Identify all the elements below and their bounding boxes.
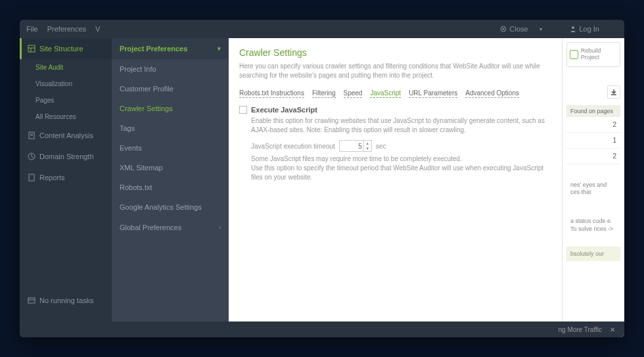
text-snippet: nes' eyes and ces that	[566, 178, 620, 201]
main-area: Site Structure Site Audit Visualization …	[20, 38, 624, 337]
timeout-unit: sec	[376, 143, 386, 150]
table-cell: 2	[566, 149, 620, 164]
table-header: Found on pages	[566, 105, 620, 117]
pref-global[interactable]: Global Preferences ›	[112, 217, 229, 238]
svg-rect-2	[28, 45, 35, 52]
tasks-icon	[28, 297, 35, 304]
tab-speed[interactable]: Speed	[344, 89, 363, 98]
svg-rect-9	[29, 174, 34, 181]
menu-view[interactable]: V	[95, 25, 100, 33]
nav-site-structure[interactable]: Site Structure	[20, 38, 112, 59]
execute-js-checkbox[interactable]	[239, 106, 247, 114]
footer-text: ng More Traffic	[558, 326, 602, 333]
help-text-1: Enable this option for crawling websites…	[251, 116, 551, 135]
pref-crawler-settings[interactable]: Crawler Settings	[112, 99, 229, 118]
settings-content: Crawler Settings Here you can specify va…	[229, 38, 562, 337]
structure-icon	[28, 45, 35, 53]
rebuild-button[interactable]: Rebuild Project	[566, 42, 620, 67]
pref-analytics[interactable]: Google Analytics Settings	[112, 197, 229, 217]
timeout-value: 5	[358, 143, 362, 150]
pref-header-label: Project Preferences	[120, 45, 187, 53]
spinner[interactable]: ▲▼	[363, 141, 371, 151]
close-icon	[500, 26, 507, 32]
pref-tags[interactable]: Tags	[112, 118, 229, 138]
close-button[interactable]: Close ▾	[500, 25, 551, 33]
menu-bar: File Preferences V Close ▾ Log In	[20, 20, 624, 38]
pref-global-label: Global Preferences	[120, 224, 181, 231]
chevron-right-icon: ›	[219, 224, 221, 231]
timeout-input[interactable]: 5 ▲▼	[339, 140, 372, 152]
nav-label: Site Structure	[39, 45, 83, 53]
tab-javascript[interactable]: JavaScript	[370, 89, 401, 98]
nav-visualization[interactable]: Visualization	[20, 76, 112, 92]
app-window: File Preferences V Close ▾ Log In Site S…	[20, 20, 624, 337]
user-icon	[570, 26, 576, 32]
pref-xml-sitemap[interactable]: XML Sitemap	[112, 158, 229, 178]
table-cell: 2	[566, 117, 620, 133]
task-status: No running tasks	[20, 290, 112, 311]
menu-preferences[interactable]: Preferences	[47, 25, 86, 33]
left-nav: Site Structure Site Audit Visualization …	[20, 38, 112, 337]
download-button[interactable]	[607, 85, 620, 99]
execute-js-row: Execute JavaScript	[239, 106, 551, 114]
settings-tabs: Robots.txt Instructions Filtering Speed …	[239, 89, 551, 98]
nav-reports[interactable]: Reports	[20, 167, 112, 188]
tab-robots[interactable]: Robots.txt Instructions	[239, 89, 304, 98]
spinner-down-icon[interactable]: ▼	[364, 146, 371, 151]
nav-label: Reports	[39, 174, 65, 181]
page-title: Crawler Settings	[239, 47, 551, 58]
text-snippet: a status code e. To solve nces ->	[566, 214, 620, 237]
svg-point-1	[572, 26, 574, 29]
help-text-2: Some JavaScript files may require more t…	[251, 155, 551, 182]
pref-project-info[interactable]: Project Info	[112, 59, 229, 79]
table-cell: 1	[566, 133, 620, 149]
text-snippet: bsolutely our	[566, 247, 620, 261]
nav-content-analysis[interactable]: Content Analysis	[20, 125, 112, 146]
nav-label: Content Analysis	[39, 131, 93, 139]
login-button[interactable]: Log In	[570, 25, 609, 33]
download-icon	[610, 89, 617, 95]
tab-url-params[interactable]: URL Parameters	[409, 89, 457, 98]
preferences-panel: Project Preferences ▾ Project Info Custo…	[112, 38, 229, 337]
right-sidebar: Rebuild Project Found on pages 2 1 2 nes…	[562, 38, 624, 337]
footer-bar: ng More Traffic ✕	[20, 321, 624, 337]
nav-site-audit[interactable]: Site Audit	[20, 59, 112, 76]
reports-icon	[28, 174, 35, 181]
pref-events[interactable]: Events	[112, 138, 229, 158]
task-label: No running tasks	[39, 297, 94, 304]
pref-customer-profile[interactable]: Customer Profile	[112, 79, 229, 99]
execute-js-label: Execute JavaScript	[251, 106, 317, 114]
footer-close-icon[interactable]: ✕	[610, 326, 615, 333]
pref-robots[interactable]: Robots.txt	[112, 178, 229, 197]
svg-rect-10	[28, 298, 35, 303]
menu-file[interactable]: File	[26, 25, 38, 33]
rebuild-label: Rebuild Project	[581, 48, 617, 61]
nav-label: Domain Strength	[39, 153, 94, 160]
tab-advanced[interactable]: Advanced Options	[465, 89, 519, 98]
rebuild-icon	[570, 50, 578, 59]
pref-header[interactable]: Project Preferences ▾	[112, 38, 229, 59]
page-description: Here you can specify various crawler set…	[239, 62, 551, 80]
timeout-label: JavaScript execution timeout	[251, 143, 335, 150]
strength-icon	[28, 153, 35, 160]
nav-pages[interactable]: Pages	[20, 92, 112, 108]
tab-filtering[interactable]: Filtering	[312, 89, 336, 98]
nav-all-resources[interactable]: All Resources	[20, 108, 112, 125]
timeout-row: JavaScript execution timeout 5 ▲▼ sec	[251, 140, 551, 152]
chevron-down-icon: ▾	[218, 45, 221, 52]
spinner-up-icon[interactable]: ▲	[364, 141, 371, 146]
nav-domain-strength[interactable]: Domain Strength	[20, 146, 112, 167]
content-icon	[28, 131, 35, 139]
